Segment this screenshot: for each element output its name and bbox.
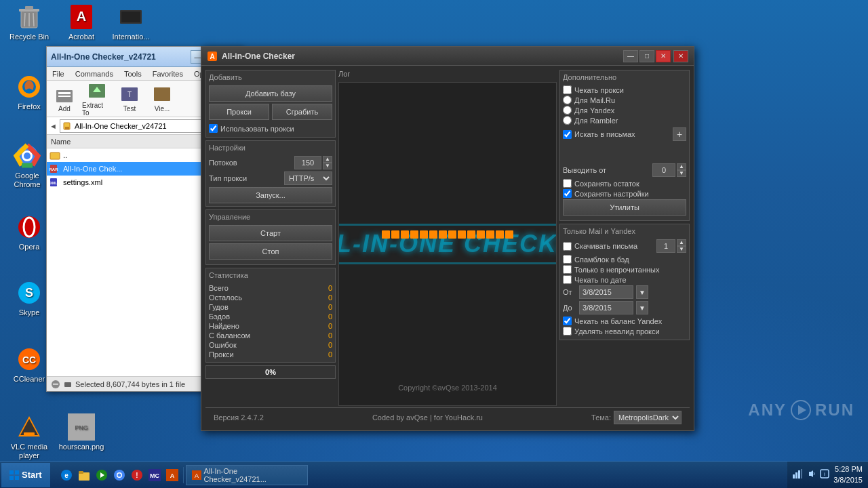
- anyrun-text: ANY: [748, 401, 787, 420]
- launch-btn[interactable]: Запуск...: [209, 187, 332, 203]
- menu-favorites[interactable]: Favorites: [150, 68, 186, 79]
- app-statusbar: Версия 2.4.7.2 Coded by avQse | for YouH…: [205, 407, 690, 426]
- taskbar-task-checker[interactable]: A All-In-One Checker_v24721...: [186, 465, 308, 485]
- international-desktop-icon[interactable]: Internatio...: [107, 3, 155, 41]
- utilities-btn[interactable]: Утилиты: [563, 199, 686, 216]
- search-letters-checkbox[interactable]: [563, 130, 572, 139]
- start-btn[interactable]: Старт: [209, 225, 332, 241]
- from-date-input[interactable]: [579, 285, 633, 299]
- hourscan-desktop-icon[interactable]: PNG hourscan.png: [58, 413, 105, 451]
- remove-invalid-checkbox[interactable]: [563, 327, 572, 336]
- toolbar-view-label: Vie...: [155, 105, 170, 113]
- app-close-btn[interactable]: ✕: [656, 50, 671, 62]
- taskbar-media-icon[interactable]: [94, 467, 110, 483]
- spam-block-label: Спамблок в бэд: [574, 256, 629, 264]
- menu-commands[interactable]: Commands: [73, 68, 116, 79]
- toolbar-add[interactable]: Add: [50, 85, 79, 113]
- download-up-btn[interactable]: ▲: [677, 239, 686, 246]
- taskbar-chrome-icon[interactable]: [111, 467, 127, 483]
- app-minimize-btn[interactable]: —: [623, 50, 638, 62]
- spam-block-checkbox[interactable]: [563, 255, 572, 264]
- stat-total: Всего 0: [209, 283, 332, 293]
- stat-remaining: Осталось 0: [209, 293, 332, 302]
- output-from-spinner: ▲ ▼: [652, 163, 686, 177]
- explorer-status-text: Selected 8,607,744 bytes in 1 file: [75, 380, 185, 388]
- taskbar-ie-icon[interactable]: e: [58, 467, 75, 483]
- col-name-header[interactable]: Name: [47, 138, 201, 146]
- output-from-input[interactable]: [652, 163, 675, 177]
- stat-balance: С балансом 0: [209, 331, 332, 340]
- menu-file[interactable]: File: [50, 68, 67, 79]
- from-date-row: От ▼: [563, 285, 686, 299]
- svg-rect-70: [795, 472, 797, 479]
- save-settings-checkbox[interactable]: [563, 189, 572, 198]
- svg-text:A: A: [77, 9, 86, 24]
- output-down-btn[interactable]: ▼: [677, 170, 686, 177]
- stat-good-val: 0: [328, 303, 332, 311]
- taskbar-folder-icon[interactable]: [76, 467, 92, 483]
- taskbar-security-icon[interactable]: !: [129, 467, 145, 483]
- menu-tools[interactable]: Tools: [121, 68, 144, 79]
- theme-dropdown[interactable]: MetropolisDark: [614, 411, 682, 424]
- taskbar-checker-icon[interactable]: A: [164, 467, 180, 483]
- download-input[interactable]: [656, 239, 675, 253]
- check-proxy-checkbox[interactable]: [563, 85, 572, 94]
- check-yandex-balance-checkbox[interactable]: [563, 317, 572, 325]
- only-unread-checkbox[interactable]: [563, 265, 572, 274]
- toolbar-extract[interactable]: Extract To: [82, 81, 112, 117]
- check-by-date-checkbox[interactable]: [563, 275, 572, 284]
- rambler-radio[interactable]: [563, 116, 572, 125]
- yandex-radio[interactable]: [563, 106, 572, 115]
- streams-up-btn[interactable]: ▲: [323, 156, 332, 163]
- proxy-btn[interactable]: Прокси: [209, 104, 269, 120]
- volume-icon[interactable]: [806, 469, 816, 481]
- stats-table: Всего 0 Осталось 0 Гудов 0: [209, 283, 332, 359]
- download-letters-label: Скачивать письма: [574, 242, 654, 250]
- stat-errors: Ошибок 0: [209, 340, 332, 350]
- recycle-bin-icon[interactable]: Recycle Bin: [5, 3, 53, 41]
- to-date-row: До ▼: [563, 301, 686, 314]
- taskbar-mc-icon[interactable]: MC: [146, 467, 163, 483]
- dot3: [401, 230, 409, 239]
- output-from-label: Выводить от: [563, 166, 650, 174]
- add-base-btn[interactable]: Добавить базу: [209, 85, 332, 102]
- toolbar-test[interactable]: T Test: [115, 85, 144, 113]
- to-date-input[interactable]: [579, 301, 633, 314]
- svg-line-3: [24, 13, 25, 26]
- download-letters-checkbox[interactable]: [563, 242, 572, 251]
- stop-btn[interactable]: Стоп: [209, 243, 332, 260]
- use-proxy-checkbox[interactable]: [209, 124, 218, 133]
- stat-total-val: 0: [328, 284, 332, 292]
- notification-icon[interactable]: i: [820, 469, 829, 481]
- toolbar-view[interactable]: Vie...: [147, 85, 177, 113]
- app-title: All-in-One Checker: [222, 52, 622, 61]
- app-close-btn2[interactable]: ✕: [673, 50, 688, 62]
- output-up-btn[interactable]: ▲: [677, 163, 686, 170]
- grab-btn[interactable]: Сграбить: [272, 104, 332, 120]
- streams-down-btn[interactable]: ▼: [323, 163, 332, 169]
- from-date-picker-btn[interactable]: ▼: [636, 285, 648, 299]
- acrobat-desktop-icon[interactable]: A Acrobat: [58, 3, 105, 41]
- streams-input[interactable]: [294, 156, 321, 169]
- download-down-btn[interactable]: ▼: [677, 246, 686, 253]
- vlc-desktop-icon[interactable]: VLC media player: [5, 413, 53, 460]
- rambler-radio-item: Для Rambler: [563, 116, 686, 125]
- mail-ru-radio[interactable]: [563, 96, 572, 104]
- settings-panel: Настройки Потоков ▲ ▼: [205, 140, 336, 207]
- chrome-desktop-icon[interactable]: Google Chrome: [3, 142, 51, 189]
- network-icon[interactable]: [793, 469, 802, 481]
- download-spinner-btns: ▲ ▼: [677, 239, 686, 253]
- svg-text:i: i: [824, 471, 825, 477]
- proxy-type-select[interactable]: HTTP/s SOCKS4 SOCKS5: [284, 171, 332, 185]
- dot5: [420, 230, 428, 239]
- streams-spinner-btns: ▲ ▼: [323, 156, 332, 169]
- svg-rect-69: [793, 474, 795, 479]
- streams-label: Потоков: [209, 159, 292, 167]
- watermark-text: ALL-IN-ONE CHECKER: [338, 224, 557, 264]
- app-restore-btn[interactable]: □: [639, 50, 654, 62]
- start-button[interactable]: Start: [1, 463, 50, 487]
- chrome-label: Google Chrome: [3, 171, 51, 189]
- save-rest-checkbox[interactable]: [563, 179, 572, 188]
- to-date-picker-btn[interactable]: ▼: [636, 301, 648, 314]
- search-letters-plus-btn[interactable]: +: [673, 127, 686, 141]
